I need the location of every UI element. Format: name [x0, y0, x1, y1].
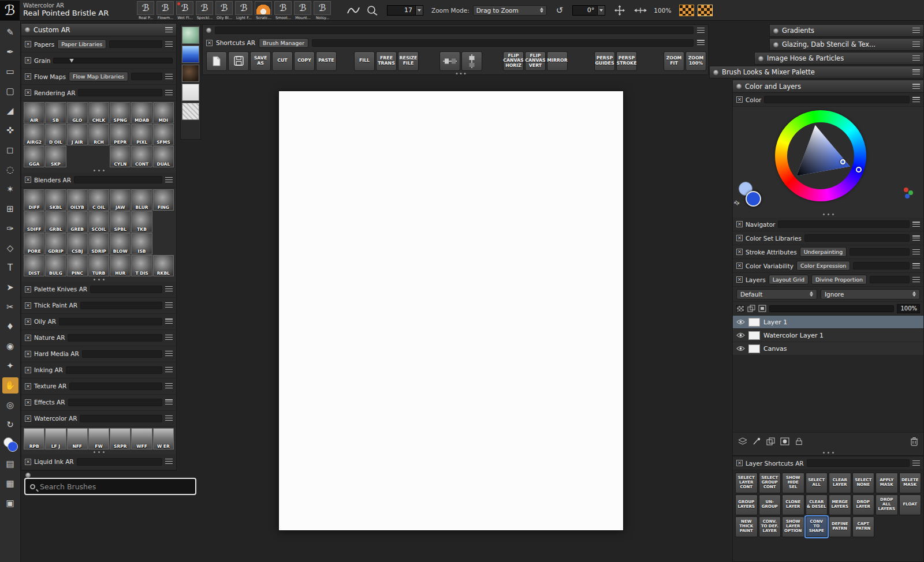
hand-tool[interactable]: ✋ — [2, 377, 18, 394]
brush-size-dropdown-icon[interactable] — [416, 5, 423, 16]
brush-shortcut-cell[interactable]: T DIS — [131, 255, 152, 276]
brush-variant-thumb[interactable]: Real P... — [136, 1, 155, 20]
divine-proportion-tool[interactable]: ✦ — [2, 358, 18, 374]
brush-shortcut-cell[interactable]: SKP — [45, 146, 66, 167]
sv-marker[interactable] — [840, 159, 845, 164]
layer-shortcut-button[interactable]: CONV. TO DEF. LAYER — [759, 516, 781, 537]
color-sliders-icon[interactable] — [904, 188, 915, 201]
watercolor-menu-icon[interactable] — [165, 415, 173, 421]
brush-shortcut-cell[interactable]: SPBL — [110, 211, 131, 233]
layer-shortcut-button[interactable]: FLOAT — [899, 494, 922, 515]
rect-select-tool[interactable]: ◻ — [2, 142, 18, 158]
brush-shortcut-cell[interactable]: W ER — [153, 428, 174, 449]
zoom-mode-select[interactable]: Drag to Zoom — [473, 5, 547, 16]
color-layers-header[interactable]: Color and Layers — [733, 80, 923, 93]
layer-shortcut-button[interactable]: UN- GROUP — [759, 494, 781, 515]
stroke-attributes-menu-icon[interactable] — [912, 249, 920, 255]
tracing-paper-alt-icon[interactable] — [698, 5, 713, 16]
brush-variant-thumb[interactable]: Speckl... — [195, 1, 214, 20]
flip-canvas-vertical-button[interactable]: FLIP CANVAS VERT — [525, 51, 546, 71]
category-menu-icon[interactable] — [165, 335, 173, 340]
navigator-menu-icon[interactable] — [912, 222, 920, 227]
paper-preview[interactable] — [182, 27, 199, 44]
gradient-selector[interactable]: ▦ — [2, 475, 18, 492]
watercolor-checkbox[interactable] — [25, 415, 31, 422]
brush-shortcut-cell[interactable]: AIRG2 — [24, 124, 44, 145]
brush-size-field[interactable]: 17 — [387, 5, 423, 16]
liquid-ink-checkbox[interactable] — [25, 459, 31, 465]
rotation-dropdown-icon[interactable] — [598, 5, 605, 16]
brush-shortcut-cell[interactable]: OILYB — [67, 189, 88, 211]
gradient-preview[interactable] — [182, 46, 199, 63]
layer-shortcut-button[interactable]: CAPT PATRN — [852, 516, 875, 537]
brush-shortcut-cell[interactable]: LF J — [45, 428, 66, 449]
brush-size-value[interactable]: 17 — [387, 5, 416, 16]
brush-shortcut-cell[interactable]: SDIFF — [24, 211, 44, 233]
layer-shortcut-button[interactable]: DELETE MASK — [899, 473, 922, 493]
color-set-checkbox[interactable] — [736, 235, 743, 241]
stroke-attributes-checkbox[interactable] — [736, 249, 743, 255]
brush-shortcut-cell[interactable]: CYLN — [110, 146, 131, 167]
brush-looks-menu-icon[interactable] — [912, 69, 920, 75]
rotation-field[interactable]: 0° — [572, 5, 605, 16]
brush-shortcut-cell[interactable]: RCH — [88, 124, 109, 145]
rotate-page-tool[interactable]: ↻ — [2, 417, 18, 433]
glazing-panel-header[interactable]: Glazing, Dab Stencil & Tex... — [769, 38, 924, 51]
category-menu-icon[interactable] — [165, 383, 173, 389]
magnifier-tool[interactable]: ◎ — [2, 397, 18, 413]
gradients-dot-icon[interactable] — [773, 28, 778, 33]
brush-shortcut-cell[interactable]: PORE — [24, 233, 44, 254]
flip-canvas-horizontal-button[interactable]: FLIP CANVAS HORIZ — [503, 51, 524, 71]
brush-shortcut-cell[interactable]: TKB — [131, 211, 152, 233]
brush-shortcut-cell[interactable]: RPB — [24, 428, 44, 449]
dynamic-plugins-icon[interactable] — [752, 437, 761, 445]
brush-shortcut-cell[interactable]: BLOW — [110, 233, 131, 254]
duplicate-layer-icon[interactable] — [766, 437, 775, 445]
brush-variant-thumb[interactable]: Mount... — [293, 1, 312, 20]
brush-shortcut-cell[interactable]: FING — [153, 189, 174, 211]
lock-layer-icon[interactable] — [795, 437, 803, 445]
layer-ignore-select[interactable]: Ignore — [821, 289, 920, 299]
brush-shortcut-cell[interactable]: AIR — [24, 102, 44, 123]
brush-stroke-icon[interactable] — [346, 5, 360, 16]
brush-shortcut-cell[interactable]: BULG — [45, 255, 66, 276]
weave-preview[interactable] — [182, 84, 199, 101]
move-canvas-icon[interactable] — [614, 5, 625, 16]
brush-shortcut-cell[interactable]: SPNG — [110, 102, 131, 123]
shortcuts-tab-menu-icon[interactable] — [697, 40, 705, 46]
grain-slider-thumb[interactable] — [69, 59, 74, 63]
magic-wand-tool[interactable]: ✶ — [2, 181, 18, 197]
zoom-100-button[interactable]: ZOOM 100% — [685, 51, 706, 71]
layer-shortcut-button[interactable]: DROP LAYER — [852, 494, 875, 515]
stamp-tool[interactable]: ▢ — [2, 83, 18, 99]
nozzle-preview[interactable] — [182, 103, 199, 120]
layer-shortcut-button[interactable]: MERGE LAYERS — [829, 494, 851, 515]
image-hose-menu-icon[interactable] — [912, 55, 920, 61]
glazing-menu-icon[interactable] — [912, 42, 920, 47]
brush-shortcut-cell[interactable]: PIXL — [131, 124, 152, 145]
layer-shortcut-button[interactable]: SHOW HIDE SEL — [782, 473, 804, 493]
brush-shortcut-cell[interactable]: PEPR — [110, 124, 131, 145]
saturation-value-triangle[interactable] — [788, 123, 853, 188]
preserve-transparency-icon[interactable] — [736, 305, 744, 312]
brush-shortcut-cell[interactable]: GLO — [67, 102, 88, 123]
color-variability-menu-icon[interactable] — [912, 263, 920, 269]
brush-shortcut-cell[interactable]: D OIL — [45, 124, 66, 145]
brush-shortcut-cell[interactable]: TURB — [88, 255, 109, 276]
panel-menu-icon[interactable] — [165, 27, 173, 33]
brush-shortcut-cell[interactable]: GRBL — [45, 211, 66, 233]
pattern-preview[interactable] — [182, 65, 199, 82]
brush-shortcut-cell[interactable]: ISB — [131, 233, 152, 254]
grain-checkbox[interactable] — [25, 57, 31, 63]
rendering-menu-icon[interactable] — [165, 90, 173, 96]
category-checkbox[interactable] — [25, 335, 31, 341]
airbrush-tool[interactable]: ✒ — [2, 44, 18, 60]
resize-file-button[interactable]: RESIZE FILE — [398, 51, 419, 71]
wedge-eraser-tool[interactable]: ◢ — [2, 103, 18, 119]
glazing-dot-icon[interactable] — [773, 42, 778, 47]
shortcuts-dot-icon[interactable] — [206, 28, 211, 33]
color-set-menu-icon[interactable] — [912, 235, 920, 241]
brush-shortcut-cell[interactable]: SRPR — [110, 428, 131, 449]
save-as-button[interactable]: SAVE AS — [250, 51, 271, 71]
text-tool[interactable]: T — [2, 260, 18, 276]
